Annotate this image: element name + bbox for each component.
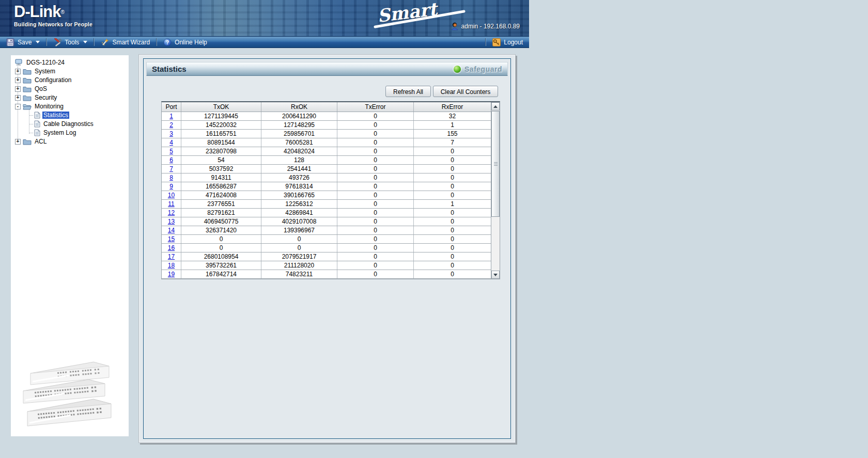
online-help-button[interactable]: ? Online Help [157, 37, 213, 48]
table-scrollbar[interactable] [491, 102, 500, 279]
port-link[interactable]: 14 [168, 227, 175, 234]
expand-toggle[interactable]: + [15, 139, 21, 145]
content-panel-inner: Statistics Safeguard Refresh All Clear A… [143, 58, 511, 439]
table-row: 10 471624008 390166765 0 0 [162, 191, 500, 200]
txok-value: 471624008 [181, 191, 261, 199]
txerror-value: 0 [337, 200, 414, 208]
scroll-down-button[interactable] [491, 271, 500, 279]
logout-label: Logout [504, 39, 523, 46]
port-link[interactable]: 7 [169, 165, 173, 172]
port-link[interactable]: 9 [169, 183, 173, 190]
clear-all-counters-button[interactable]: Clear All Counters [433, 86, 498, 97]
txerror-value: 0 [337, 209, 414, 217]
folder-icon [23, 77, 32, 84]
txerror-value: 0 [337, 156, 414, 164]
table-row: 4 80891544 76005281 0 7 [162, 138, 500, 147]
sidebar-item-system-log[interactable]: System Log [15, 129, 128, 137]
sidebar-item-cable-diagnostics[interactable]: Cable Diagnostics [15, 120, 128, 128]
sidebar-item-statistics[interactable]: Statistics [15, 111, 128, 119]
logout-button[interactable]: Logout [486, 37, 529, 48]
port-link[interactable]: 1 [169, 113, 173, 120]
sidebar-item-security[interactable]: + Security [15, 93, 128, 102]
port-link[interactable]: 17 [168, 253, 175, 260]
tree-root-label[interactable]: DGS-1210-24 [25, 59, 66, 66]
scroll-up-button[interactable] [491, 102, 500, 110]
sidebar-item-monitoring[interactable]: - Monitoring [15, 102, 128, 110]
rxerror-value: 0 [414, 252, 491, 261]
safeguard-orb-icon [454, 66, 461, 73]
refresh-all-button[interactable]: Refresh All [385, 86, 431, 97]
smart-wizard-label: Smart Wizard [112, 39, 150, 46]
rxok-value: 128 [261, 156, 337, 164]
tree-stub [29, 133, 33, 133]
txok-value: 5037592 [181, 165, 261, 173]
save-caret-icon [36, 41, 40, 43]
tree-stub [29, 115, 33, 116]
rxerror-value: 0 [414, 182, 491, 191]
port-link[interactable]: 4 [169, 139, 173, 146]
port-link[interactable]: 19 [168, 271, 175, 278]
user-label: admin - 192.168.0.89 [461, 23, 520, 30]
device-icon [15, 59, 23, 66]
rxerror-value: 1 [414, 121, 491, 129]
txerror-value: 0 [337, 217, 414, 226]
collapse-toggle[interactable]: - [15, 104, 21, 109]
expand-toggle[interactable]: + [15, 86, 21, 92]
page-title: Statistics [147, 65, 454, 73]
txerror-value: 0 [337, 235, 414, 243]
txok-value: 0 [181, 235, 261, 243]
table-row: 18 395732261 211128020 0 0 [162, 261, 500, 270]
sidebar-item-acl[interactable]: + ACL [15, 137, 128, 146]
tree-root[interactable]: DGS-1210-24 [15, 58, 128, 67]
save-label: Save [18, 39, 32, 46]
port-link[interactable]: 2 [169, 121, 173, 129]
sidebar: DGS-1210-24 + System + Configuration + Q… [11, 55, 129, 436]
tools-menu[interactable]: Tools [47, 37, 94, 48]
sidebar-item-system[interactable]: + System [15, 67, 128, 75]
switch-stack-illustration [18, 355, 116, 432]
txerror-value: 0 [337, 121, 414, 129]
txok-value: 82791621 [181, 209, 261, 217]
folder-icon [23, 68, 32, 75]
rxerror-value: 0 [414, 226, 491, 234]
txerror-value: 0 [337, 147, 414, 155]
txerror-value: 0 [337, 165, 414, 173]
rxerror-value: 155 [414, 130, 491, 138]
port-link[interactable]: 16 [168, 244, 175, 251]
sidebar-item-configuration[interactable]: + Configuration [15, 76, 128, 84]
txok-value: 4069450775 [181, 217, 261, 226]
sidebar-item-qos[interactable]: + QoS [15, 85, 128, 93]
safeguard-label: Safeguard [464, 65, 502, 73]
port-link[interactable]: 11 [168, 200, 174, 208]
port-link[interactable]: 5 [169, 148, 173, 155]
scroll-up-arrow-icon [493, 105, 498, 108]
port-link[interactable]: 6 [169, 156, 173, 164]
online-help-label: Online Help [175, 39, 207, 46]
expand-toggle[interactable]: + [15, 77, 21, 83]
txok-value: 914311 [181, 173, 261, 182]
port-link[interactable]: 10 [168, 192, 175, 199]
column-header-txerror: TxError [337, 102, 414, 112]
dlink-logo-text: D-Link [14, 3, 60, 21]
expand-toggle[interactable]: + [15, 95, 21, 101]
page-title-bar: Statistics Safeguard [146, 62, 508, 76]
registered-mark: ® [60, 9, 64, 15]
port-link[interactable]: 15 [168, 235, 175, 243]
device-tree: DGS-1210-24 + System + Configuration + Q… [11, 55, 129, 436]
rxerror-value: 0 [414, 147, 491, 155]
folder-icon [23, 86, 32, 92]
save-menu[interactable]: Save [0, 37, 46, 48]
expand-toggle[interactable]: + [15, 69, 21, 74]
table-row: 14 326371420 139396967 0 0 [162, 226, 500, 235]
port-link[interactable]: 13 [168, 218, 175, 225]
port-link[interactable]: 3 [169, 130, 173, 137]
rxok-value: 139396967 [261, 226, 337, 234]
port-link[interactable]: 18 [168, 262, 175, 269]
scrollbar-thumb[interactable] [491, 111, 500, 217]
rxok-value: 493726 [261, 173, 337, 182]
port-link[interactable]: 12 [168, 209, 175, 216]
rxok-value: 2079521917 [261, 252, 337, 261]
column-header-rxerror: RxError [414, 102, 491, 112]
smart-wizard-button[interactable]: Smart Wizard [95, 37, 156, 48]
port-link[interactable]: 8 [169, 174, 173, 181]
